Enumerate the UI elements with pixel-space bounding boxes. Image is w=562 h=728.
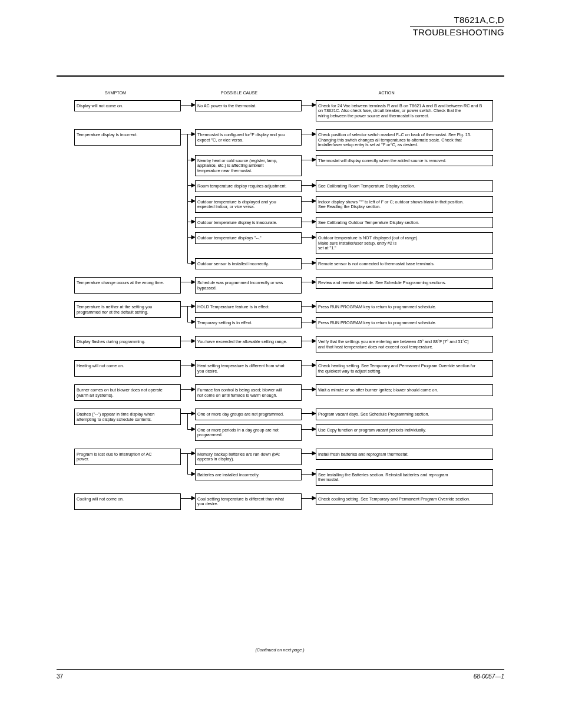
model-number: T8621A,C,D <box>410 14 504 26</box>
col-head-action: ACTION <box>378 90 394 95</box>
svg-text:Temperature display is incorre: Temperature display is incorrect. <box>77 132 137 137</box>
svg-text:Cooling will not come on.: Cooling will not come on. <box>77 496 124 502</box>
svg-text:not come on until furnace is w: not come on until furnace is warm enough… <box>197 393 277 398</box>
svg-text:programmed.: programmed. <box>197 432 223 437</box>
svg-text:you desire.: you desire. <box>197 501 218 506</box>
troubleshooting-chart: TROUBLESHOOTING SYMPTOM POSSIBLE CAUSE A… <box>57 88 504 660</box>
svg-text:Heating will not come on.: Heating will not come on. <box>77 363 124 368</box>
svg-text:temperature near thermostat.: temperature near thermostat. <box>197 168 252 173</box>
svg-text:you desire.: you desire. <box>197 368 218 374</box>
svg-text:Press RUN PROGRAM key to retur: Press RUN PROGRAM key to return to progr… <box>318 320 437 325</box>
svg-text:expected indoor, or vice versa: expected indoor, or vice versa. <box>197 204 254 209</box>
svg-text:Outdoor temperature displays ": Outdoor temperature displays "--." <box>197 235 262 241</box>
svg-text:appears in display).: appears in display). <box>197 456 234 462</box>
doc-number: 68-0057—1 <box>474 673 504 680</box>
svg-text:You have exceeded the allowabl: You have exceeded the allowable setting … <box>197 339 287 344</box>
svg-text:the quickest way to adjust set: the quickest way to adjust setting. <box>318 368 381 374</box>
svg-text:See Reading the Display sectio: See Reading the Display section. <box>318 204 381 209</box>
svg-text:installer/user setup entry is : installer/user setup entry is set at °F … <box>318 142 418 147</box>
svg-text:Check cooling setting. See Tem: Check cooling setting. See Temporary and… <box>318 496 470 502</box>
svg-text:programmed nor at the default : programmed nor at the default setting. <box>77 309 148 315</box>
svg-text:Install fresh batteries and re: Install fresh batteries and reprogram th… <box>318 452 408 457</box>
svg-text:HOLD Temperature feature is in: HOLD Temperature feature is in effect. <box>197 304 270 309</box>
page-footer: 37 68-0057—1 <box>57 669 504 680</box>
svg-text:See Calibrating Outdoor Temper: See Calibrating Outdoor Temperature Disp… <box>318 220 419 225</box>
svg-text:Remote sensor is not connected: Remote sensor is not connected to thermo… <box>318 261 435 266</box>
section-name: TROUBLESHOOTING <box>410 27 504 38</box>
svg-text:thermostat.: thermostat. <box>318 477 339 482</box>
svg-text:expect °C, or vice versa.: expect °C, or vice versa. <box>197 137 243 143</box>
svg-text:Wait a minute or so after burn: Wait a minute or so after burner ignites… <box>318 387 438 393</box>
page-header: T8621A,C,D TROUBLESHOOTING <box>410 14 504 38</box>
svg-text:One or more day groups are not: One or more day groups are not programme… <box>197 411 284 417</box>
col-head-cause: POSSIBLE CAUSE <box>221 90 258 95</box>
svg-text:Use Copy function or program v: Use Copy function or program vacant peri… <box>318 427 426 433</box>
svg-text:Temperature change occurs at t: Temperature change occurs at the wrong t… <box>77 280 164 285</box>
svg-text:Batteries are installed incorr: Batteries are installed incorrectly. <box>197 472 259 477</box>
svg-text:power.: power. <box>77 456 89 462</box>
col-head-symptom: SYMPTOM <box>105 90 126 95</box>
svg-text:(warm air systems).: (warm air systems). <box>77 393 114 398</box>
page-number: 37 <box>57 673 63 680</box>
svg-text:Display flashes during program: Display flashes during programming. <box>77 339 146 344</box>
svg-text:Outdoor sensor is installed in: Outdoor sensor is installed incorrectly. <box>197 261 269 266</box>
svg-text:See Calibrating Room Temperatu: See Calibrating Room Temperature Display… <box>318 183 415 189</box>
svg-text:Program vacant days. See Sched: Program vacant days. See Schedule Progra… <box>318 411 429 417</box>
continued-note: (Continued on next page.) <box>255 647 304 653</box>
svg-text:set at "1.": set at "1." <box>318 245 336 251</box>
svg-text:Review and reenter schedule. S: Review and reenter schedule. See Schedul… <box>318 280 446 285</box>
svg-text:Display will not come on.: Display will not come on. <box>77 103 123 108</box>
svg-text:Room temperature display requi: Room temperature display requires adjust… <box>197 183 286 189</box>
svg-text:Outdoor temperature display is: Outdoor temperature display is inaccurat… <box>197 220 277 225</box>
svg-text:Temporary setting is in effect: Temporary setting is in effect. <box>197 320 252 325</box>
header-rule <box>57 75 504 77</box>
svg-text:Press RUN PROGRAM key to retur: Press RUN PROGRAM key to return to progr… <box>318 304 437 309</box>
svg-text:bypassed.: bypassed. <box>197 285 217 291</box>
svg-text:wiring between the power sourc: wiring between the power source and ther… <box>318 113 429 118</box>
svg-text:and that heat temperature does: and that heat temperature does not excee… <box>318 344 433 350</box>
svg-text:Thermostat will display correc: Thermostat will display correctly when t… <box>318 158 447 163</box>
svg-text:No AC power to the thermostat.: No AC power to the thermostat. <box>197 103 256 108</box>
svg-text:attempting to display schedule: attempting to display schedule contents. <box>77 417 152 422</box>
